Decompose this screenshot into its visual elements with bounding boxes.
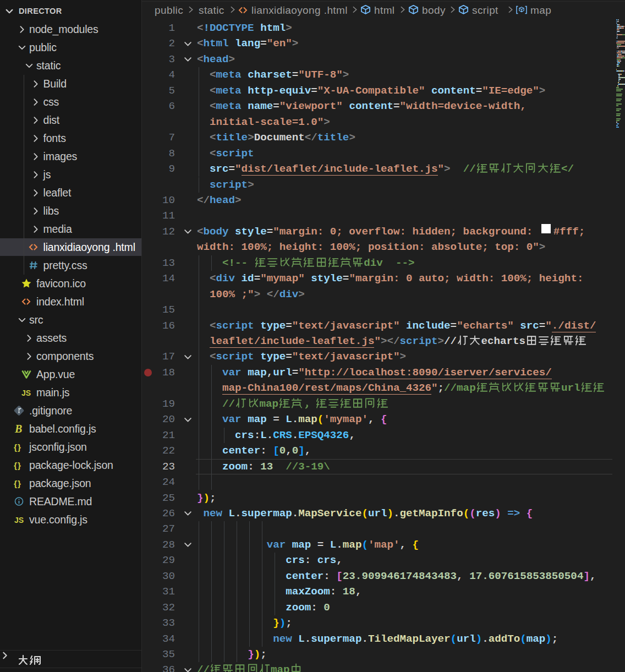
svg-text:JS: JS (14, 516, 24, 525)
svg-text:{}: {} (14, 461, 21, 470)
svg-text:{}: {} (14, 479, 21, 488)
svg-text:{}: {} (14, 442, 21, 452)
svg-text:B: B (14, 424, 22, 434)
svg-text:JS: JS (21, 389, 31, 397)
